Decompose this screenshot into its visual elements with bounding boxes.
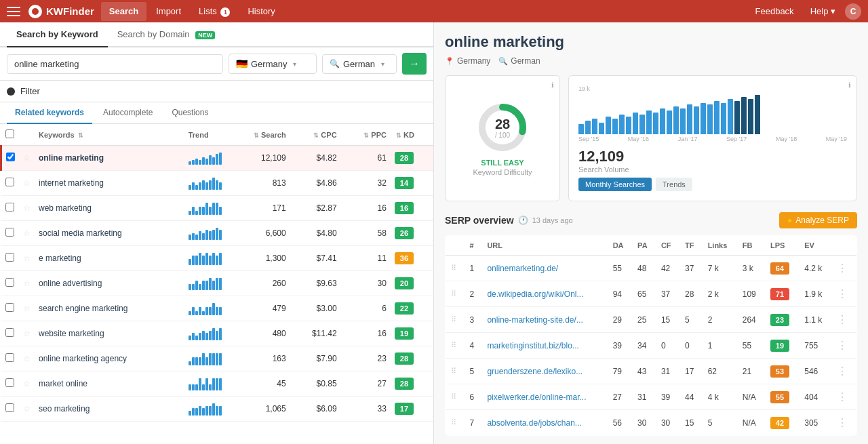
serp-url-link[interactable]: onlinemarketing.de/	[487, 264, 558, 273]
star-icon-5[interactable]: ☆	[23, 279, 31, 288]
serp-links: 1	[703, 333, 737, 359]
user-avatar[interactable]: C	[845, 3, 861, 20]
tab-questions[interactable]: Questions	[163, 102, 216, 124]
keyword-cell[interactable]: online advertising	[35, 271, 184, 296]
tab-autocomplete[interactable]: Autocomplete	[95, 102, 161, 124]
volume-bar	[673, 106, 679, 134]
row-checkbox-6[interactable]	[5, 303, 14, 312]
row-checkbox-2[interactable]	[5, 203, 14, 211]
select-all-checkbox[interactable]	[5, 129, 14, 138]
row-checkbox-8[interactable]	[5, 353, 14, 362]
serp-url-link[interactable]: gruenderszene.de/lexiko...	[487, 367, 583, 376]
keyword-cell[interactable]: social media marketing	[35, 221, 184, 246]
serp-url-link[interactable]: absolventa.de/jobs/chan...	[487, 418, 581, 428]
hamburger-menu-icon[interactable]	[7, 7, 20, 16]
col-ppc[interactable]: ⇅ PPC	[341, 124, 391, 146]
serp-more[interactable]: ⋮	[831, 281, 856, 307]
search-volume-cell: 163	[226, 346, 290, 371]
star-icon-4[interactable]: ☆	[23, 254, 31, 263]
new-badge: NEW	[195, 31, 215, 39]
serp-more[interactable]: ⋮	[831, 359, 856, 384]
row-checkbox-4[interactable]	[5, 253, 14, 262]
star-icon-0[interactable]: ☆	[23, 153, 31, 163]
star-icon-1[interactable]: ☆	[23, 178, 31, 188]
tab-related-keywords[interactable]: Related keywords	[7, 102, 92, 124]
drag-handle: ⠿	[446, 410, 465, 436]
country-selector[interactable]: 🇩🇪 Germany ▾	[229, 54, 317, 74]
row-checkbox-10[interactable]	[5, 403, 14, 412]
keyword-cell[interactable]: search engine marketing	[35, 296, 184, 321]
serp-url-link[interactable]: de.wikipedia.org/wiki/Onl...	[487, 289, 583, 299]
keyword-cell[interactable]: market online	[35, 371, 184, 397]
serp-fb: 264	[737, 307, 765, 333]
more-options-icon[interactable]: ⋮	[837, 391, 848, 403]
keyword-cell[interactable]: seo marketing	[35, 397, 184, 422]
col-trend: Trend	[184, 124, 226, 146]
feedback-button[interactable]: Feedback	[749, 3, 801, 20]
star-icon-2[interactable]: ☆	[23, 203, 31, 213]
search-button[interactable]: →	[402, 53, 427, 75]
col-search[interactable]: ⇅ Search	[226, 124, 290, 146]
more-options-icon[interactable]: ⋮	[837, 365, 848, 377]
row-checkbox-0[interactable]	[6, 153, 15, 161]
language-selector[interactable]: 🔍 German ▾	[322, 54, 397, 74]
drag-handle: ⠿	[446, 256, 465, 281]
serp-more[interactable]: ⋮	[831, 410, 856, 436]
volume-info-icon[interactable]: ℹ	[848, 81, 851, 89]
serp-url-link[interactable]: online-marketing-site.de/...	[487, 315, 583, 325]
row-checkbox-7[interactable]	[5, 328, 14, 337]
serp-more[interactable]: ⋮	[831, 307, 856, 333]
tab-search-by-domain[interactable]: Search by Domain NEW	[108, 22, 225, 47]
volume-bar	[680, 108, 686, 134]
result-language: 🔍 German	[498, 56, 540, 66]
serp-url-link[interactable]: marketinginstitut.biz/blo...	[487, 341, 578, 350]
kd-info-icon[interactable]: ℹ	[551, 81, 554, 89]
filter-label[interactable]: Filter	[20, 86, 40, 96]
keyword-cell[interactable]: website marketing	[35, 321, 184, 346]
more-options-icon[interactable]: ⋮	[837, 314, 848, 325]
serp-tf: 44	[679, 384, 703, 410]
row-checkbox-1[interactable]	[5, 178, 14, 186]
star-icon-9[interactable]: ☆	[23, 379, 31, 388]
serp-pa: 65	[632, 281, 656, 307]
help-button[interactable]: Help ▾	[804, 3, 842, 20]
more-options-icon[interactable]: ⋮	[837, 288, 848, 300]
volume-bar	[667, 110, 672, 134]
col-cpc[interactable]: ⇅ CPC	[290, 124, 341, 146]
row-checkbox-5[interactable]	[5, 278, 14, 287]
analyze-serp-button[interactable]: ● Analyze SERP	[779, 212, 857, 228]
nav-search[interactable]: Search	[101, 2, 146, 21]
star-icon-6[interactable]: ☆	[23, 304, 31, 313]
serp-more[interactable]: ⋮	[831, 384, 856, 410]
table-row: ☆market online45$0.852728	[1, 371, 434, 397]
keyword-cell[interactable]: online marketing agency	[35, 346, 184, 371]
nav-history[interactable]: History	[239, 2, 283, 21]
volume-x-labels: Sep '15 May '16 Jan '17 Sep '17 May '18 …	[578, 136, 847, 142]
volume-actions: Monthly Searches Trends	[578, 178, 847, 191]
keyword-input[interactable]	[7, 54, 223, 74]
nav-lists[interactable]: Lists 1	[191, 2, 238, 21]
keyword-cell[interactable]: online marketing	[35, 146, 184, 171]
serp-url-link[interactable]: pixelwerker.de/online-mar...	[487, 392, 586, 402]
keyword-cell[interactable]: web marketing	[35, 196, 184, 221]
col-kd[interactable]: ⇅ KD	[391, 124, 433, 146]
nav-import[interactable]: Import	[148, 2, 189, 21]
serp-more[interactable]: ⋮	[831, 256, 856, 281]
keyword-cell[interactable]: internet marketing	[35, 171, 184, 196]
trends-button[interactable]: Trends	[656, 178, 692, 191]
serp-cf: 30	[656, 410, 679, 436]
more-options-icon[interactable]: ⋮	[837, 262, 848, 274]
serp-more[interactable]: ⋮	[831, 333, 856, 359]
row-checkbox-3[interactable]	[5, 228, 14, 237]
star-icon-7[interactable]: ☆	[23, 329, 31, 338]
star-icon-8[interactable]: ☆	[23, 354, 31, 363]
row-checkbox-9[interactable]	[5, 378, 14, 387]
result-language-label: German	[511, 56, 540, 66]
tab-search-by-keyword[interactable]: Search by Keyword	[7, 22, 108, 47]
star-icon-10[interactable]: ☆	[23, 404, 31, 413]
keyword-cell[interactable]: e marketing	[35, 246, 184, 271]
more-options-icon[interactable]: ⋮	[837, 340, 848, 351]
monthly-searches-button[interactable]: Monthly Searches	[578, 178, 652, 191]
star-icon-3[interactable]: ☆	[23, 228, 31, 238]
more-options-icon[interactable]: ⋮	[837, 417, 848, 428]
